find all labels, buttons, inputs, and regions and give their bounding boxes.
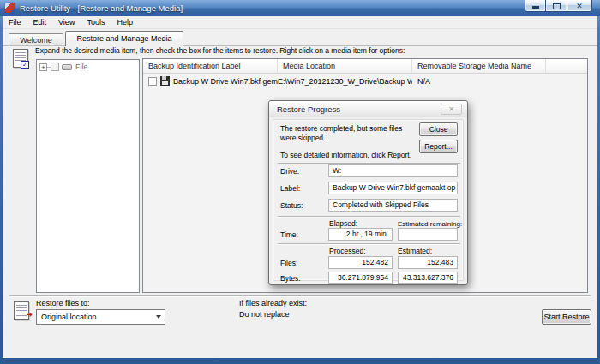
checkmark-icon: ✓ [21,61,29,69]
instruction-text: Expand the desired media item, then chec… [35,46,405,55]
tab-restore-and-manage-media[interactable]: Restore and Manage Media [65,31,183,46]
tree-item-checkbox[interactable] [51,63,59,71]
minimize-icon [532,6,539,9]
media-check-icon: ✓ [13,49,28,68]
dialog-separator-2 [278,216,460,218]
dialog-message-2: To see detailed information, click Repor… [280,151,417,160]
dialog-title-bar: Restore Progress ✕ [269,101,467,117]
drive-label: Drive: [280,167,299,176]
dialog-close-button[interactable]: ✕ [441,104,462,115]
dialog-close-icon: ✕ [448,105,454,113]
menu-file[interactable]: File [3,16,27,28]
tree-expand-icon[interactable]: + [39,63,47,71]
elapsed-value-field: 2 hr., 19 min. [328,228,393,241]
footer-separator [9,295,591,297]
files-processed-field: 152.482 [328,256,393,269]
restore-destination-value: Original location [37,313,152,321]
media-tree-panel: + File [36,59,140,293]
combo-dropdown-zone[interactable] [152,310,165,324]
menu-help[interactable]: Help [111,16,139,28]
dialog-message-1: The restore completed, but some files we… [280,124,405,143]
status-value-field: Completed with Skipped Files [328,199,458,212]
window-controls: ✕ [525,0,592,12]
row-removable-name: N/A [412,75,546,88]
column-backup-identification-label[interactable]: Backup Identification Label [143,59,278,74]
menu-view[interactable]: View [52,16,81,28]
status-label: Status: [280,201,303,211]
list-header: Backup Identification Label Media Locati… [143,59,587,74]
label-label: Label: [280,184,300,194]
backup-file-icon [160,76,170,86]
maximize-icon [553,3,561,9]
bytes-processed-field: 36.271.879.954 [328,272,393,284]
label-value-field: Backup W Drive Win7.bkf gemaakt op 30/12… [328,182,458,194]
restore-destination-icon: ➜ [14,301,29,320]
maximize-button[interactable] [546,0,567,12]
title-bar: Restore Utility - [Restore and Manage Me… [0,0,600,16]
app-icon [5,3,15,13]
red-arrow-icon: ➜ [26,311,33,319]
media-set-icon [62,64,72,70]
if-exist-label: If files already exist: [239,299,307,307]
row-backup-label: Backup W Drive Win7.bkf gemaakt op ... [173,75,278,88]
tab-welcome[interactable]: Welcome [9,33,63,45]
dialog-separator-3 [278,243,460,245]
tree-item-file[interactable]: + File [39,63,139,71]
restore-progress-dialog: Restore Progress ✕ The restore completed… [268,100,468,285]
estimated-header: Estimated: [398,247,432,256]
if-exist-value: Do not replace [239,310,290,319]
minimize-button[interactable] [525,0,546,12]
app-window: Restore Utility - [Restore and Manage Me… [0,0,600,364]
row-checkbox[interactable] [148,77,157,86]
dialog-close-action-button[interactable]: Close [419,122,458,136]
restore-files-to-label: Restore files to: [36,299,90,307]
close-button[interactable]: ✕ [567,0,592,12]
column-media-location[interactable]: Media Location [278,59,412,74]
time-label: Time: [280,230,298,240]
drive-value-field: W: [328,164,458,177]
files-label: Files: [280,259,297,268]
menu-edit[interactable]: Edit [27,16,53,28]
bytes-label: Bytes: [280,274,301,283]
menu-tools[interactable]: Tools [81,16,111,28]
window-title: Restore Utility - [Restore and Manage Me… [20,0,183,16]
remaining-value-field [398,228,458,241]
close-icon: ✕ [576,1,583,11]
start-restore-button[interactable]: Start Restore [542,309,591,325]
files-estimated-field: 152.483 [398,256,458,269]
restore-destination-select[interactable]: Original location [36,309,165,325]
dialog-title: Restore Progress [277,101,340,117]
chevron-down-icon [156,315,161,319]
processed-header: Processed: [329,247,366,256]
table-row[interactable]: Backup W Drive Win7.bkf gemaakt op ... E… [143,74,587,88]
dialog-report-button[interactable]: Report... [419,140,458,153]
bytes-estimated-field: 43.313.627.376 [398,272,458,284]
row-media-location: E:\Win7_20121230_W_Drive\Backup W Dri... [278,75,412,88]
column-removable-storage-media-name[interactable]: Removable Storage Media Name [412,59,546,74]
menu-bar: File Edit View Tools Help [3,16,597,29]
column-filler [546,59,587,74]
tree-item-label: File [75,63,88,71]
